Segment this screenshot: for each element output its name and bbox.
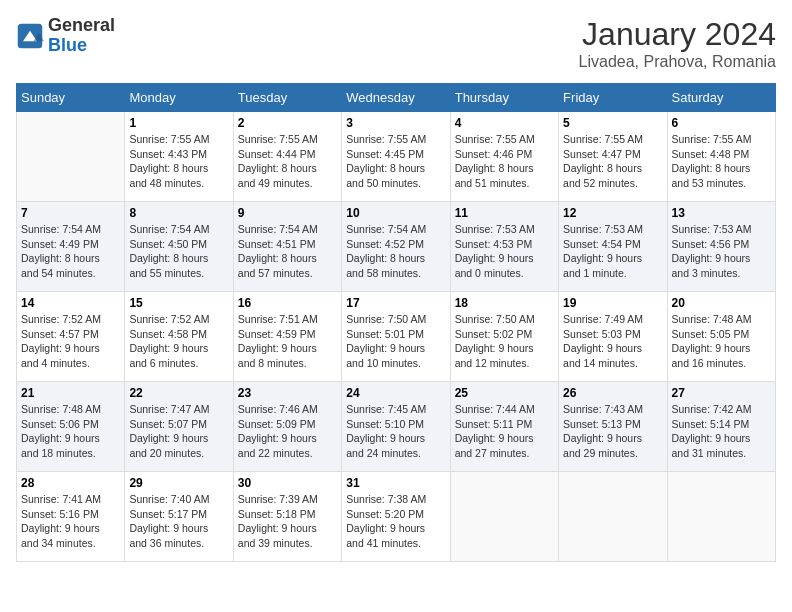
day-number: 16	[238, 296, 337, 310]
logo: General Blue	[16, 16, 115, 56]
day-number: 20	[672, 296, 771, 310]
day-info: Sunrise: 7:45 AM Sunset: 5:10 PM Dayligh…	[346, 402, 445, 461]
day-number: 12	[563, 206, 662, 220]
day-number: 27	[672, 386, 771, 400]
calendar-cell: 3Sunrise: 7:55 AM Sunset: 4:45 PM Daylig…	[342, 112, 450, 202]
day-info: Sunrise: 7:48 AM Sunset: 5:05 PM Dayligh…	[672, 312, 771, 371]
day-info: Sunrise: 7:55 AM Sunset: 4:44 PM Dayligh…	[238, 132, 337, 191]
day-info: Sunrise: 7:50 AM Sunset: 5:02 PM Dayligh…	[455, 312, 554, 371]
day-info: Sunrise: 7:55 AM Sunset: 4:43 PM Dayligh…	[129, 132, 228, 191]
day-number: 5	[563, 116, 662, 130]
day-number: 26	[563, 386, 662, 400]
day-info: Sunrise: 7:51 AM Sunset: 4:59 PM Dayligh…	[238, 312, 337, 371]
day-info: Sunrise: 7:40 AM Sunset: 5:17 PM Dayligh…	[129, 492, 228, 551]
day-number: 3	[346, 116, 445, 130]
weekday-header-sunday: Sunday	[17, 84, 125, 112]
day-number: 17	[346, 296, 445, 310]
day-number: 11	[455, 206, 554, 220]
calendar-cell: 17Sunrise: 7:50 AM Sunset: 5:01 PM Dayli…	[342, 292, 450, 382]
calendar-cell: 7Sunrise: 7:54 AM Sunset: 4:49 PM Daylig…	[17, 202, 125, 292]
weekday-header-row: SundayMondayTuesdayWednesdayThursdayFrid…	[17, 84, 776, 112]
calendar-cell: 23Sunrise: 7:46 AM Sunset: 5:09 PM Dayli…	[233, 382, 341, 472]
page-header: General Blue January 2024 Livadea, Praho…	[16, 16, 776, 71]
calendar-title: January 2024	[579, 16, 776, 53]
weekday-header-thursday: Thursday	[450, 84, 558, 112]
day-info: Sunrise: 7:43 AM Sunset: 5:13 PM Dayligh…	[563, 402, 662, 461]
week-row-1: 1Sunrise: 7:55 AM Sunset: 4:43 PM Daylig…	[17, 112, 776, 202]
day-number: 25	[455, 386, 554, 400]
week-row-4: 21Sunrise: 7:48 AM Sunset: 5:06 PM Dayli…	[17, 382, 776, 472]
logo-icon	[16, 22, 44, 50]
calendar-cell: 21Sunrise: 7:48 AM Sunset: 5:06 PM Dayli…	[17, 382, 125, 472]
weekday-header-tuesday: Tuesday	[233, 84, 341, 112]
day-number: 28	[21, 476, 120, 490]
day-info: Sunrise: 7:42 AM Sunset: 5:14 PM Dayligh…	[672, 402, 771, 461]
day-number: 8	[129, 206, 228, 220]
calendar-cell: 5Sunrise: 7:55 AM Sunset: 4:47 PM Daylig…	[559, 112, 667, 202]
day-number: 10	[346, 206, 445, 220]
day-info: Sunrise: 7:54 AM Sunset: 4:49 PM Dayligh…	[21, 222, 120, 281]
day-number: 29	[129, 476, 228, 490]
day-number: 14	[21, 296, 120, 310]
weekday-header-saturday: Saturday	[667, 84, 775, 112]
day-info: Sunrise: 7:38 AM Sunset: 5:20 PM Dayligh…	[346, 492, 445, 551]
day-number: 19	[563, 296, 662, 310]
calendar-cell: 1Sunrise: 7:55 AM Sunset: 4:43 PM Daylig…	[125, 112, 233, 202]
day-number: 21	[21, 386, 120, 400]
day-info: Sunrise: 7:52 AM Sunset: 4:57 PM Dayligh…	[21, 312, 120, 371]
calendar-cell: 22Sunrise: 7:47 AM Sunset: 5:07 PM Dayli…	[125, 382, 233, 472]
day-info: Sunrise: 7:55 AM Sunset: 4:48 PM Dayligh…	[672, 132, 771, 191]
calendar-cell	[450, 472, 558, 562]
calendar-cell: 2Sunrise: 7:55 AM Sunset: 4:44 PM Daylig…	[233, 112, 341, 202]
day-info: Sunrise: 7:54 AM Sunset: 4:50 PM Dayligh…	[129, 222, 228, 281]
day-info: Sunrise: 7:54 AM Sunset: 4:51 PM Dayligh…	[238, 222, 337, 281]
calendar-cell: 25Sunrise: 7:44 AM Sunset: 5:11 PM Dayli…	[450, 382, 558, 472]
calendar-cell	[667, 472, 775, 562]
calendar-cell: 27Sunrise: 7:42 AM Sunset: 5:14 PM Dayli…	[667, 382, 775, 472]
calendar-cell: 31Sunrise: 7:38 AM Sunset: 5:20 PM Dayli…	[342, 472, 450, 562]
calendar-cell: 10Sunrise: 7:54 AM Sunset: 4:52 PM Dayli…	[342, 202, 450, 292]
day-info: Sunrise: 7:48 AM Sunset: 5:06 PM Dayligh…	[21, 402, 120, 461]
day-number: 6	[672, 116, 771, 130]
week-row-2: 7Sunrise: 7:54 AM Sunset: 4:49 PM Daylig…	[17, 202, 776, 292]
day-number: 30	[238, 476, 337, 490]
day-info: Sunrise: 7:55 AM Sunset: 4:45 PM Dayligh…	[346, 132, 445, 191]
day-info: Sunrise: 7:55 AM Sunset: 4:46 PM Dayligh…	[455, 132, 554, 191]
calendar-cell	[17, 112, 125, 202]
calendar-cell: 13Sunrise: 7:53 AM Sunset: 4:56 PM Dayli…	[667, 202, 775, 292]
calendar-cell: 28Sunrise: 7:41 AM Sunset: 5:16 PM Dayli…	[17, 472, 125, 562]
day-info: Sunrise: 7:52 AM Sunset: 4:58 PM Dayligh…	[129, 312, 228, 371]
day-info: Sunrise: 7:49 AM Sunset: 5:03 PM Dayligh…	[563, 312, 662, 371]
week-row-3: 14Sunrise: 7:52 AM Sunset: 4:57 PM Dayli…	[17, 292, 776, 382]
weekday-header-friday: Friday	[559, 84, 667, 112]
calendar-cell: 24Sunrise: 7:45 AM Sunset: 5:10 PM Dayli…	[342, 382, 450, 472]
day-info: Sunrise: 7:53 AM Sunset: 4:53 PM Dayligh…	[455, 222, 554, 281]
day-number: 15	[129, 296, 228, 310]
weekday-header-wednesday: Wednesday	[342, 84, 450, 112]
logo-line2: Blue	[48, 36, 115, 56]
day-number: 9	[238, 206, 337, 220]
day-info: Sunrise: 7:41 AM Sunset: 5:16 PM Dayligh…	[21, 492, 120, 551]
calendar-cell: 16Sunrise: 7:51 AM Sunset: 4:59 PM Dayli…	[233, 292, 341, 382]
calendar-cell: 15Sunrise: 7:52 AM Sunset: 4:58 PM Dayli…	[125, 292, 233, 382]
day-number: 22	[129, 386, 228, 400]
day-number: 1	[129, 116, 228, 130]
logo-line1: General	[48, 16, 115, 36]
calendar-cell: 8Sunrise: 7:54 AM Sunset: 4:50 PM Daylig…	[125, 202, 233, 292]
day-info: Sunrise: 7:53 AM Sunset: 4:56 PM Dayligh…	[672, 222, 771, 281]
calendar-cell: 18Sunrise: 7:50 AM Sunset: 5:02 PM Dayli…	[450, 292, 558, 382]
calendar-cell: 30Sunrise: 7:39 AM Sunset: 5:18 PM Dayli…	[233, 472, 341, 562]
day-info: Sunrise: 7:46 AM Sunset: 5:09 PM Dayligh…	[238, 402, 337, 461]
day-info: Sunrise: 7:47 AM Sunset: 5:07 PM Dayligh…	[129, 402, 228, 461]
day-number: 2	[238, 116, 337, 130]
calendar-cell: 26Sunrise: 7:43 AM Sunset: 5:13 PM Dayli…	[559, 382, 667, 472]
day-number: 13	[672, 206, 771, 220]
day-number: 23	[238, 386, 337, 400]
day-number: 31	[346, 476, 445, 490]
calendar-subtitle: Livadea, Prahova, Romania	[579, 53, 776, 71]
week-row-5: 28Sunrise: 7:41 AM Sunset: 5:16 PM Dayli…	[17, 472, 776, 562]
calendar-cell: 14Sunrise: 7:52 AM Sunset: 4:57 PM Dayli…	[17, 292, 125, 382]
calendar-cell: 20Sunrise: 7:48 AM Sunset: 5:05 PM Dayli…	[667, 292, 775, 382]
calendar-cell: 11Sunrise: 7:53 AM Sunset: 4:53 PM Dayli…	[450, 202, 558, 292]
calendar-table: SundayMondayTuesdayWednesdayThursdayFrid…	[16, 83, 776, 562]
